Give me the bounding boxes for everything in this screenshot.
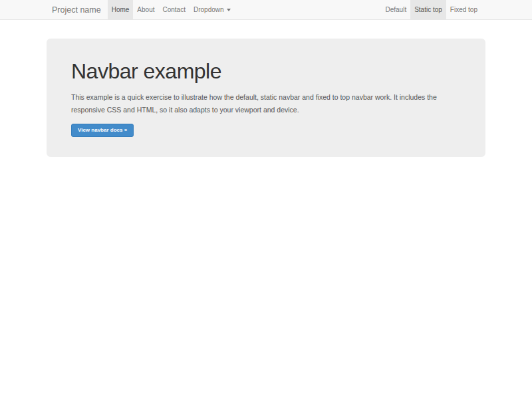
nav-item-home[interactable]: Home [108,0,134,19]
nav-item-default[interactable]: Default [381,0,410,19]
nav-item-dropdown[interactable]: Dropdown [190,0,235,19]
nav-item-static-top[interactable]: Static top [410,0,446,19]
nav-item-contact[interactable]: Contact [158,0,189,19]
navbar-brand[interactable]: Project name [51,0,102,19]
navbar-container: Project name Home About Contact Dropdown… [47,0,485,19]
jumbotron-description: This example is a quick exercise to illu… [71,91,461,116]
nav-item-dropdown-label: Dropdown [194,6,224,13]
main-content: Navbar example This example is a quick e… [47,39,485,157]
view-navbar-docs-button[interactable]: View navbar docs » [71,124,134,137]
navbar-nav-left: Home About Contact Dropdown [108,0,235,19]
top-navbar: Project name Home About Contact Dropdown… [0,0,532,20]
nav-item-about[interactable]: About [133,0,158,19]
jumbotron: Navbar example This example is a quick e… [47,39,485,157]
page-title: Navbar example [71,60,461,83]
caret-down-icon [227,9,231,11]
nav-item-fixed-top[interactable]: Fixed top [446,0,481,19]
navbar-nav-right: Default Static top Fixed top [381,0,481,19]
